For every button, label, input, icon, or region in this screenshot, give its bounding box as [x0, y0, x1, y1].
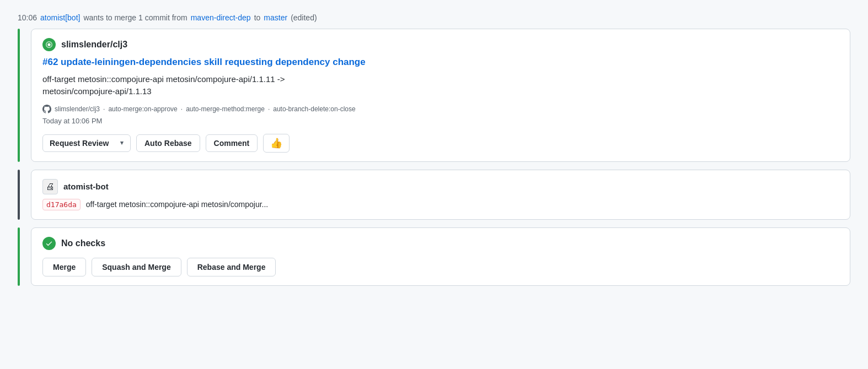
pr-card-header: slimslender/clj3	[42, 38, 839, 51]
green-left-bar-checks	[18, 227, 20, 286]
github-icon	[42, 105, 51, 113]
edited-label: (edited)	[291, 13, 317, 22]
pr-meta: slimslender/clj3 · auto-merge:on-approve…	[42, 105, 839, 113]
commit-line: d17a6da off-target metosin::compojure-ap…	[42, 199, 839, 210]
meta-sep3: ·	[268, 105, 270, 113]
meta-sep1: ·	[103, 105, 105, 113]
comment-button[interactable]: Comment	[206, 134, 258, 152]
comment-label: Comment	[214, 139, 250, 148]
branch-from-link[interactable]: maven-direct-dep	[191, 13, 251, 22]
chevron-down-icon: ▾	[120, 139, 124, 146]
squash-merge-label: Squash and Merge	[102, 263, 170, 272]
commit-message: off-target metosin::compojure-api metosi…	[86, 200, 268, 209]
dark-left-bar	[18, 170, 20, 220]
check-success-icon	[42, 237, 56, 250]
pr-title-link[interactable]: #62 update-leiningen-dependencies skill …	[42, 56, 839, 69]
text-to: to	[254, 13, 261, 22]
auto-rebase-button[interactable]: Auto Rebase	[136, 134, 200, 152]
thumbs-up-emoji: 👍	[270, 137, 282, 149]
merge-button[interactable]: Merge	[42, 258, 86, 276]
svg-point-0	[47, 43, 50, 46]
bot-card-header: 🖨 atomist-bot	[42, 179, 839, 194]
pr-actions-row: Request Review ▾ Auto Rebase Comment 👍	[42, 134, 839, 153]
squash-and-merge-button[interactable]: Squash and Merge	[92, 258, 181, 276]
repo-name: slimslender/clj3	[61, 40, 127, 50]
pr-desc-line2: metosin/compojure-api/1.1.13	[42, 86, 152, 96]
pr-description: off-target metosin::compojure-api metosi…	[42, 73, 839, 98]
bot-commit-card: 🖨 atomist-bot d17a6da off-target metosin…	[31, 170, 850, 220]
checks-title: No checks	[61, 238, 105, 248]
timestamp-line: 10:06 atomist[bot] wants to merge 1 comm…	[18, 13, 850, 22]
thumbs-up-button[interactable]: 👍	[263, 134, 290, 153]
pr-timestamp: Today at 10:06 PM	[42, 117, 839, 125]
checks-header: No checks	[42, 237, 839, 250]
request-review-button[interactable]: Request Review ▾	[42, 134, 131, 152]
time-label: 10:06	[18, 13, 37, 22]
green-left-bar	[18, 29, 20, 162]
text-before: wants to merge 1 commit from	[83, 13, 187, 22]
pr-desc-line1: off-target metosin::compojure-api metosi…	[42, 74, 285, 84]
rebase-and-merge-button[interactable]: Rebase and Merge	[187, 258, 276, 276]
meta-auto-merge: auto-merge:on-approve	[108, 105, 177, 113]
meta-sep2: ·	[181, 105, 183, 113]
pr-card: slimslender/clj3 #62 update-leiningen-de…	[31, 29, 850, 162]
bot-name-link[interactable]: atomist[bot]	[40, 13, 80, 22]
meta-repo: slimslender/clj3	[55, 105, 100, 113]
rebase-merge-label: Rebase and Merge	[197, 263, 266, 272]
meta-merge-method: auto-merge-method:merge	[186, 105, 265, 113]
auto-rebase-label: Auto Rebase	[144, 139, 192, 148]
checks-card: No checks Merge Squash and Merge Rebase …	[31, 227, 850, 286]
merge-actions-row: Merge Squash and Merge Rebase and Merge	[42, 258, 839, 276]
merge-label: Merge	[53, 263, 76, 272]
bot-name: atomist-bot	[63, 182, 109, 191]
branch-to-link[interactable]: master	[264, 13, 287, 22]
meta-branch-delete: auto-branch-delete:on-close	[273, 105, 355, 113]
request-review-label: Request Review	[50, 139, 109, 148]
commit-hash[interactable]: d17a6da	[42, 199, 81, 210]
atomist-icon	[42, 38, 56, 51]
bot-avatar: 🖨	[42, 179, 58, 194]
